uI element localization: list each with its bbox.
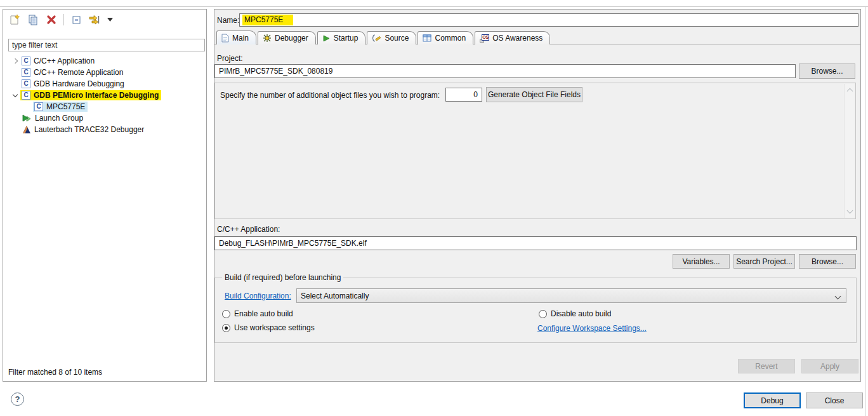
toolbar-separator (63, 14, 64, 25)
name-value-highlight: MPC5775E (242, 15, 293, 25)
tab-startup[interactable]: Startup (317, 31, 366, 44)
tab-main[interactable]: Main (216, 30, 256, 44)
launch-configurations-dialog: C C/C++ Application C C/C++ Remote Appli… (0, 0, 868, 416)
chevron-right-icon[interactable] (10, 59, 20, 63)
filter-launch-configs-icon[interactable] (88, 13, 102, 27)
name-input[interactable]: MPC5775E (239, 13, 858, 27)
variables-button[interactable]: Variables... (673, 254, 730, 269)
tab-debugger[interactable]: Debugger (258, 31, 316, 44)
configurations-toolbar (3, 10, 206, 30)
tree-item-lauterbach-trace32[interactable]: Lauterbach TRACE32 Debugger (3, 124, 206, 135)
new-launch-config-icon[interactable] (8, 13, 22, 27)
filter-match-status: Filter matched 8 of 10 items (8, 368, 102, 377)
tab-source[interactable]: Source (367, 31, 416, 44)
source-icon (372, 34, 381, 43)
project-input[interactable]: PIMrB_MPC5775E_SDK_080819 (214, 64, 796, 78)
duplicate-launch-config-icon[interactable] (26, 13, 40, 27)
application-browse-button[interactable]: Browse... (799, 254, 856, 269)
startup-play-icon (322, 34, 331, 43)
configurations-tree: C C/C++ Application C C/C++ Remote Appli… (3, 55, 206, 135)
name-label: Name: (217, 16, 239, 25)
radio-selected-icon[interactable] (222, 324, 230, 332)
disable-auto-build-radio[interactable]: Disable auto build (539, 309, 611, 318)
collapse-all-icon[interactable] (69, 13, 83, 27)
generate-object-file-fields-button[interactable]: Generate Object File Fields (486, 87, 582, 102)
tab-common[interactable]: Common (418, 31, 473, 44)
build-configuration-select[interactable]: Select Automatically (296, 288, 846, 303)
apply-button[interactable]: Apply (801, 359, 858, 373)
highlighted-tree-item: C GDB PEMicro Interface Debugging (20, 90, 161, 100)
delete-launch-config-icon[interactable] (44, 13, 58, 27)
tree-item-gdb-hardware-debugging[interactable]: C GDB Hardware Debugging (3, 78, 206, 90)
tree-item-gdb-pemicro-interface-debugging[interactable]: C GDB PEMicro Interface Debugging (3, 90, 206, 101)
search-project-button[interactable]: Search Project... (733, 254, 795, 269)
menu-dropdown-icon[interactable] (106, 13, 114, 27)
object-files-label: Specify the number of additional object … (220, 91, 440, 100)
cpp-application-input[interactable]: Debug_FLASH\PIMrB_MPC5775E_SDK.elf (214, 236, 857, 250)
debug-icon (263, 34, 272, 43)
object-files-group (214, 83, 856, 219)
tree-item-mpc5775e[interactable]: C MPC5775E (3, 101, 206, 112)
document-icon (221, 34, 229, 43)
c-app-icon: C (22, 68, 30, 77)
window-right-border (865, 6, 865, 416)
tree-item-launch-group[interactable]: Launch Group (3, 112, 206, 124)
help-icon[interactable]: ? (11, 393, 24, 406)
selected-tree-item: C MPC5775E (33, 102, 88, 112)
window-top-border (0, 6, 868, 7)
lauterbach-trace32-icon (22, 125, 31, 134)
chevron-down-icon (835, 293, 841, 300)
tab-os-awareness[interactable]: OS OS Awareness (475, 31, 550, 44)
launch-group-icon (22, 114, 32, 123)
close-button[interactable]: Close (806, 393, 863, 408)
cpp-application-label: C/C++ Application: (217, 225, 280, 234)
enable-auto-build-radio[interactable]: Enable auto build (222, 309, 293, 318)
os-icon: OS (480, 34, 489, 43)
debug-button[interactable]: Debug (744, 393, 801, 408)
tree-item-cpp-remote-application[interactable]: C C/C++ Remote Application (3, 67, 206, 78)
c-app-icon: C (22, 57, 30, 65)
object-files-scrollbar[interactable] (844, 84, 855, 218)
filter-input[interactable] (8, 39, 205, 51)
table-icon (423, 34, 431, 42)
c-app-icon: C (22, 79, 30, 88)
project-browse-button[interactable]: Browse... (799, 64, 855, 79)
tab-strip: Main Debugger Startup (214, 30, 861, 44)
build-group-legend: Build (if required) before launching (222, 273, 343, 282)
build-configuration-link[interactable]: Build Configuration: (225, 292, 291, 300)
revert-button[interactable]: Revert (738, 359, 795, 373)
scroll-down-icon[interactable] (847, 208, 853, 214)
use-workspace-settings-radio[interactable]: Use workspace settings (222, 323, 315, 332)
radio-unselected-icon[interactable] (539, 310, 547, 318)
radio-unselected-icon[interactable] (222, 310, 230, 318)
scroll-up-icon[interactable] (847, 88, 853, 95)
c-app-icon: C (22, 91, 30, 100)
configure-workspace-settings-link[interactable]: Configure Workspace Settings... (537, 324, 647, 333)
project-label: Project: (217, 54, 243, 63)
c-app-icon: C (34, 102, 43, 111)
tree-item-cpp-application[interactable]: C C/C++ Application (3, 55, 206, 67)
configurations-panel: C C/C++ Application C C/C++ Remote Appli… (3, 9, 207, 382)
object-files-count-input[interactable]: 0 (445, 88, 482, 102)
build-before-launch-group (214, 278, 857, 343)
chevron-down-icon[interactable] (10, 95, 20, 97)
